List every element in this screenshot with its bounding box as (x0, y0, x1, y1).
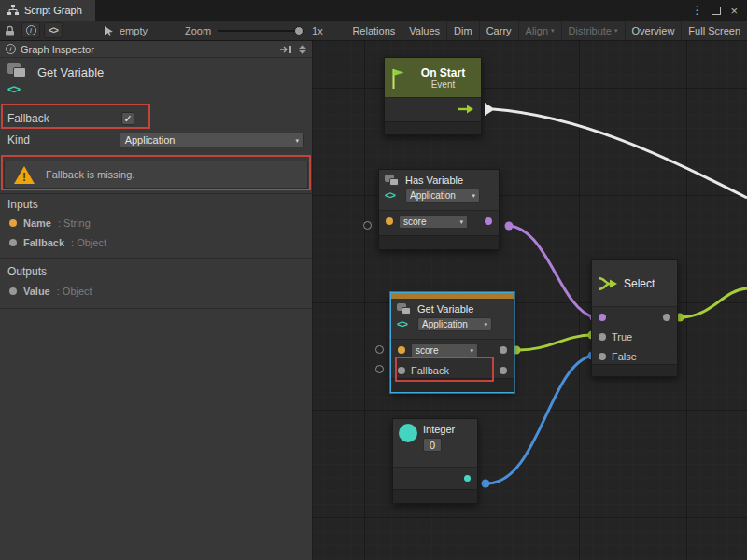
node-title: Get Variable (417, 303, 492, 315)
zoom-value: 1x (312, 25, 323, 36)
tab-label: Script Graph (24, 5, 82, 16)
node-title: Integer (423, 424, 455, 435)
node-integer[interactable]: Integer 0 (392, 418, 478, 504)
dropdown-arrow-icon: ▾ (295, 137, 299, 144)
dropdown-arrow-icon: ▾ (472, 192, 475, 199)
relations-button[interactable]: Relations (345, 21, 402, 40)
close-icon[interactable]: × (730, 5, 738, 17)
dropdown-arrow-icon: ▾ (551, 27, 555, 34)
code-icon: <> (7, 82, 20, 96)
result-port[interactable] (485, 217, 492, 225)
node-title: Has Variable (405, 175, 480, 186)
pin-panel-icon[interactable] (279, 45, 293, 54)
zoom-slider[interactable] (218, 30, 304, 32)
info-icon: i (6, 44, 16, 54)
panel-scroll-buttons[interactable] (299, 45, 306, 54)
scroll-down-icon[interactable] (299, 50, 306, 54)
node-get-variable[interactable]: <> Get Variable Application ▾ score ▾ (390, 292, 514, 393)
select-branch-icon (598, 274, 618, 293)
code-preview-button[interactable]: <> (44, 22, 63, 38)
unconnected-port-circle[interactable] (363, 221, 372, 230)
full-screen-button[interactable]: Full Screen (681, 21, 747, 40)
node-has-variable[interactable]: <> Has Variable Application ▾ score ▾ (378, 169, 500, 250)
false-port-label: False (612, 351, 637, 362)
warning-text: Fallback is missing. (46, 169, 134, 180)
port-dot-object (9, 239, 17, 246)
zoom-label: Zoom (185, 25, 211, 36)
dropdown-arrow-icon: ▾ (470, 347, 473, 354)
value-output-port[interactable] (500, 346, 507, 354)
variable-kind-dropdown[interactable]: Application ▾ (405, 189, 480, 203)
kind-label: Kind (7, 133, 120, 147)
code-icon: <> (385, 189, 395, 201)
variables-icon (7, 63, 28, 79)
carry-button[interactable]: Carry (479, 21, 518, 40)
integer-output-port[interactable] (464, 475, 471, 482)
port-dot-object (9, 287, 17, 295)
script-graph-window: Script Graph ⋮ × i <> empty Zoom (0, 0, 747, 560)
info-icon: i (26, 25, 36, 35)
lock-icon[interactable] (0, 21, 20, 40)
zoom-slider-handle[interactable] (294, 26, 303, 35)
scroll-up-icon[interactable] (299, 45, 306, 49)
variable-name-dropdown[interactable]: score ▾ (399, 215, 468, 229)
unconnected-port-circle[interactable] (375, 345, 384, 354)
name-port[interactable] (386, 217, 393, 225)
info-toggle-button[interactable]: i (21, 22, 40, 38)
node-select[interactable]: Select True False (591, 259, 678, 377)
kind-value: Application (125, 134, 176, 146)
graph-icon (7, 5, 19, 16)
inspected-node-header: <> Get Variable (0, 60, 312, 105)
graph-inspector-panel: i Graph Inspector <> Get Variable F (0, 41, 313, 560)
node-title: On Start (421, 66, 465, 79)
graph-toolbar: i <> empty Zoom 1x Relations Values Dim … (0, 21, 747, 41)
check-icon: ✓ (123, 114, 132, 124)
secondary-port[interactable] (500, 367, 507, 374)
name-port[interactable] (398, 346, 405, 354)
flow-output-port[interactable] (485, 103, 495, 116)
inspected-node-title: Get Variable (37, 65, 104, 100)
variables-icon (397, 303, 412, 315)
selection-status-label: empty (120, 25, 148, 36)
fallback-port-label: Fallback (411, 365, 449, 376)
false-port[interactable] (599, 353, 606, 360)
title-bar: Script Graph ⋮ × (0, 0, 747, 21)
dim-button[interactable]: Dim (446, 21, 479, 40)
connection-wires (313, 41, 747, 560)
maximize-icon[interactable] (712, 7, 721, 15)
selection-cursor-icon (104, 25, 115, 36)
kind-dropdown[interactable]: Application ▾ (120, 133, 304, 147)
dropdown-arrow-icon: ▾ (459, 218, 463, 225)
input-port-row: Name : String (9, 217, 91, 229)
tab-script-graph[interactable]: Script Graph (0, 0, 95, 21)
variable-name-dropdown[interactable]: score ▾ (411, 343, 478, 357)
values-button[interactable]: Values (402, 21, 446, 40)
overview-button[interactable]: Overview (625, 21, 682, 40)
integer-value-input[interactable]: 0 (423, 438, 442, 452)
integer-icon (399, 424, 417, 442)
selection-output-port[interactable] (663, 314, 670, 321)
flag-icon (390, 67, 405, 90)
node-title: Select (624, 277, 655, 290)
warning-icon: ! (14, 166, 35, 184)
condition-port[interactable] (599, 314, 606, 321)
unconnected-port-circle[interactable] (375, 365, 384, 373)
node-on-start[interactable]: On Start Event (384, 57, 482, 135)
fallback-checkbox[interactable]: ✓ (121, 112, 134, 125)
fallback-setting-row: Fallback ✓ (0, 108, 312, 129)
divider (0, 258, 312, 259)
outputs-header: Outputs (7, 265, 47, 278)
distribute-button: Distribute▾ (561, 21, 625, 40)
fallback-port[interactable] (398, 367, 405, 374)
true-port-label: True (612, 331, 632, 343)
align-button: Align▾ (518, 21, 561, 40)
divider (0, 193, 312, 194)
inputs-header: Inputs (7, 198, 38, 211)
true-port[interactable] (599, 333, 606, 341)
output-port-row: Value : Object (9, 286, 92, 297)
window-menu-icon[interactable]: ⋮ (691, 5, 702, 16)
variables-icon (385, 175, 400, 187)
node-subtitle: Event (431, 79, 456, 90)
variable-kind-dropdown[interactable]: Application ▾ (417, 317, 492, 331)
graph-canvas[interactable]: On Start Event <> (313, 41, 747, 560)
